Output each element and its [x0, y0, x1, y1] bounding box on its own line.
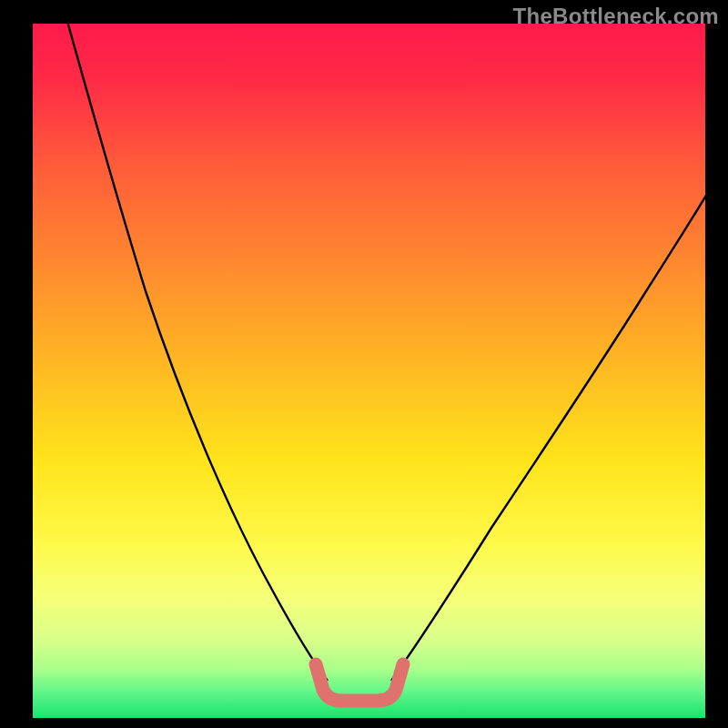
plot-background [33, 24, 705, 718]
bottleneck-chart [0, 0, 728, 728]
chart-stage: TheBottleneck.com [0, 0, 728, 728]
watermark-text: TheBottleneck.com [513, 4, 719, 29]
